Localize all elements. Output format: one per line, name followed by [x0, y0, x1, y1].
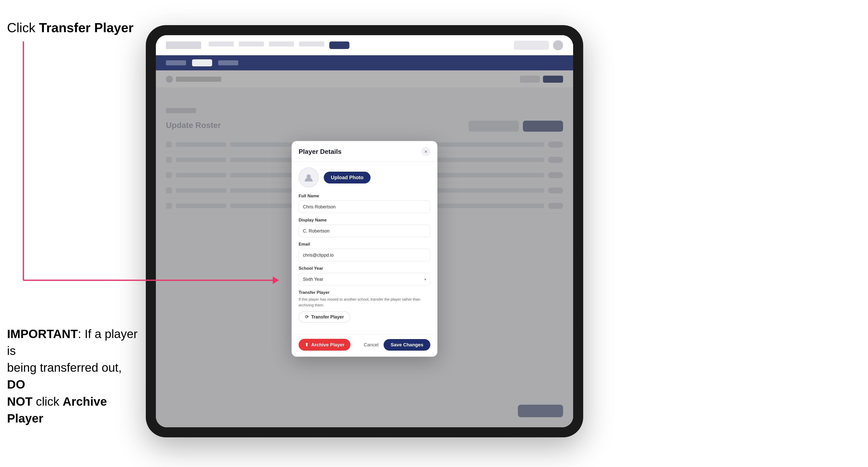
transfer-icon: ⟳	[305, 314, 309, 320]
email-label: Email	[299, 242, 430, 247]
modal-close-button[interactable]: ×	[421, 147, 430, 156]
nav-bar	[156, 35, 573, 55]
click-bold: Transfer Player	[39, 20, 133, 35]
nav-item-calendar[interactable]	[269, 41, 294, 46]
nav-add-player-btn[interactable]	[514, 41, 549, 50]
nav-logo	[166, 41, 201, 49]
transfer-section-title: Transfer Player	[299, 290, 430, 295]
sub-nav-item-3[interactable]	[218, 60, 238, 65]
sub-nav-item-1[interactable]	[166, 60, 186, 65]
school-year-select-wrapper: First Year Second Year Third Year Fourth…	[299, 273, 430, 285]
school-year-select[interactable]: First Year Second Year Third Year Fourth…	[299, 273, 430, 285]
display-name-label: Display Name	[299, 218, 430, 223]
player-details-modal: Player Details ×	[291, 141, 437, 357]
click-instruction: Click Transfer Player	[7, 20, 133, 35]
tablet-device: Update Roster	[146, 25, 583, 437]
modal-overlay: Player Details ×	[156, 70, 573, 427]
cancel-button[interactable]: Cancel	[364, 342, 379, 348]
avatar-section: Upload Photo	[299, 167, 430, 187]
archive-btn-label: Archive Player	[311, 342, 344, 348]
modal-title: Player Details	[299, 148, 342, 156]
transfer-section: Transfer Player If this player has moved…	[299, 290, 430, 322]
transfer-btn-label: Transfer Player	[311, 314, 344, 320]
nav-item-tools[interactable]	[239, 41, 264, 46]
full-name-input[interactable]	[299, 200, 430, 213]
nav-avatar[interactable]	[553, 40, 563, 50]
modal-header: Player Details ×	[291, 141, 437, 161]
save-changes-button[interactable]: Save Changes	[383, 339, 430, 351]
nav-right	[514, 40, 563, 50]
do-not-label: being transferred out, DONOT click Archi…	[7, 361, 122, 425]
sub-nav	[156, 55, 573, 70]
nav-item-customers[interactable]	[209, 41, 234, 46]
display-name-input[interactable]	[299, 225, 430, 237]
content-area: Update Roster	[156, 70, 573, 427]
transfer-player-button[interactable]: ⟳ Transfer Player	[299, 311, 350, 322]
full-name-label: Full Name	[299, 193, 430, 198]
school-year-group: School Year First Year Second Year Third…	[299, 266, 430, 285]
nav-item-addons[interactable]	[299, 41, 324, 46]
school-year-label: School Year	[299, 266, 430, 271]
full-name-group: Full Name	[299, 193, 430, 213]
tablet-screen: Update Roster	[156, 35, 573, 427]
archive-icon: ⬆	[305, 342, 309, 348]
sub-nav-item-2[interactable]	[192, 59, 212, 66]
nav-items	[209, 41, 506, 49]
nav-item-active[interactable]	[329, 41, 349, 49]
footer-right-actions: Cancel Save Changes	[364, 339, 430, 351]
archive-player-button[interactable]: ⬆ Archive Player	[299, 339, 350, 351]
display-name-group: Display Name	[299, 218, 430, 237]
upload-photo-button[interactable]: Upload Photo	[324, 172, 371, 184]
transfer-section-description: If this player has moved to another scho…	[299, 297, 430, 308]
avatar-circle	[299, 167, 319, 187]
click-prefix: Click	[7, 20, 39, 35]
email-group: Email	[299, 242, 430, 261]
email-input[interactable]	[299, 249, 430, 261]
bottom-instruction: IMPORTANT: If a player is being transfer…	[7, 325, 143, 427]
modal-body: Upload Photo Full Name Display Name	[291, 161, 437, 334]
modal-footer: ⬆ Archive Player Cancel Save Changes	[291, 334, 437, 357]
important-label: IMPORTANT	[7, 327, 78, 341]
avatar-icon	[304, 173, 314, 183]
do-not-bold: DONOT	[7, 378, 32, 408]
app-container: Update Roster	[156, 35, 573, 427]
